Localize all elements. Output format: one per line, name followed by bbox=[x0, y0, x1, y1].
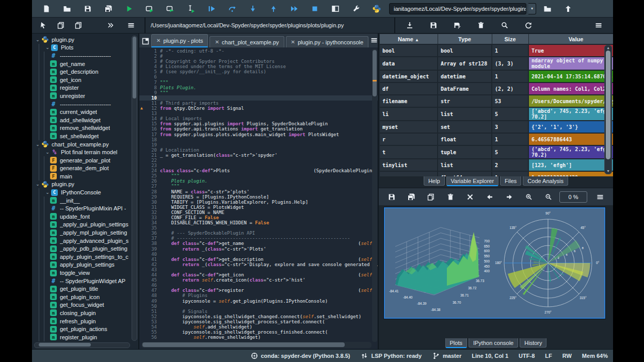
next-plot-button[interactable] bbox=[501, 191, 518, 203]
outline-item-generate_dem_plot[interactable]: Fgenerate_dem_plot bbox=[32, 164, 133, 173]
editor-tab-chart-plot-example-py[interactable]: ✕chart_plot_example.py bbox=[210, 36, 284, 47]
tab-ipython-console[interactable]: IPython console bbox=[469, 338, 518, 348]
line-number[interactable]: 26 bbox=[139, 178, 160, 184]
browse-tabs-button[interactable] bbox=[141, 36, 150, 46]
maximize-pane-button[interactable] bbox=[326, 2, 345, 15]
outline-item-get_focus_widget[interactable]: mget_focus_widget bbox=[32, 301, 133, 309]
status-utf-8[interactable]: UTF-8 bbox=[519, 353, 535, 359]
outline-item-main[interactable]: Fmain bbox=[32, 172, 133, 180]
variable-row-bool[interactable]: bool bool 1 True bbox=[379, 44, 613, 57]
expander-chevron-icon[interactable]: ⌄ bbox=[44, 150, 51, 155]
run-selection-button[interactable] bbox=[182, 2, 200, 15]
status-rw[interactable]: RW bbox=[562, 353, 572, 359]
outline-item-get_description[interactable]: mget_description bbox=[32, 68, 133, 76]
outline-item-get_plugin_title[interactable]: mget_plugin_title bbox=[32, 285, 133, 293]
remove-variable-button[interactable] bbox=[473, 20, 489, 31]
outline-item-unregister[interactable]: munregister bbox=[32, 92, 133, 100]
outline-item-refresh_plugin[interactable]: mrefresh_plugin bbox=[32, 317, 133, 325]
outline-item-_apply_advanced_plugin_s[interactable]: m_apply_advanced_plugin_s bbox=[32, 237, 133, 245]
outline-item-toggle_view[interactable]: mtoggle_view bbox=[32, 269, 133, 277]
outline-item-closing_plugin[interactable]: mclosing_plugin bbox=[32, 309, 133, 317]
line-number[interactable]: ▲12 bbox=[139, 106, 160, 111]
preferences-button[interactable] bbox=[347, 2, 365, 15]
variable-row-tinylist[interactable]: tinylist list 2 [123, 'efgh'] bbox=[379, 159, 613, 171]
plot-figure[interactable]: 700650600550500450400-84.41-84.40-84.39-… bbox=[384, 207, 605, 319]
copy-path-button[interactable] bbox=[70, 20, 87, 31]
outline-item-_apply_gui_plugin_settin[interactable]: m_apply_gui_plugin_settings bbox=[32, 221, 133, 229]
outline-item-add_shellwidget[interactable]: madd_shellwidget bbox=[32, 116, 133, 124]
save-all-button[interactable] bbox=[99, 2, 118, 15]
line-number[interactable]: 18 bbox=[139, 137, 160, 142]
variable-row-x[interactable]: x float64 1 1.1235123099439 bbox=[379, 171, 613, 176]
status-master[interactable]: master bbox=[432, 352, 461, 360]
expander-chevron-icon[interactable]: ⌄ bbox=[34, 142, 41, 147]
copy-reference-button[interactable] bbox=[53, 20, 69, 31]
go-up-button[interactable] bbox=[559, 2, 577, 15]
outline-item-_apply_pdb_plugin_settin[interactable]: m_apply_pdb_plugin_setting bbox=[32, 244, 133, 253]
tab-plots[interactable]: Plots bbox=[445, 338, 467, 348]
line-number[interactable]: 55 bbox=[139, 330, 160, 335]
column-header-value[interactable]: Value bbox=[528, 34, 613, 45]
line-number[interactable]: 19 bbox=[139, 142, 160, 147]
line-number[interactable]: 48 bbox=[139, 293, 160, 298]
outline-vertical-scrollbar[interactable] bbox=[132, 36, 137, 341]
line-number[interactable]: 36 bbox=[139, 231, 160, 236]
line-number[interactable]: 9 bbox=[139, 90, 160, 95]
line-number[interactable]: 37 bbox=[139, 236, 160, 241]
var-value[interactable]: 6.46567886443 bbox=[528, 133, 613, 145]
line-number[interactable]: 5 bbox=[139, 69, 160, 74]
line-number[interactable]: 10 bbox=[139, 95, 160, 101]
outline-horizontal-scrollbar[interactable] bbox=[34, 342, 130, 348]
outline-item-pluginpy[interactable]: ⌄plugin.py bbox=[32, 180, 133, 189]
stop-button[interactable] bbox=[305, 2, 324, 15]
run-button[interactable] bbox=[120, 2, 138, 15]
line-number[interactable]: 45 bbox=[139, 277, 160, 283]
previous-plot-button[interactable] bbox=[481, 191, 498, 203]
status-lf[interactable]: LF bbox=[545, 353, 552, 359]
line-number[interactable]: 32 bbox=[139, 210, 160, 215]
debug-file-button[interactable] bbox=[202, 2, 221, 15]
variable-row-myset[interactable]: myset set 3 {'2', '1', '3'} bbox=[379, 121, 613, 133]
line-number[interactable]: 13 bbox=[139, 111, 160, 116]
var-value[interactable]: ndarray object of numpy module bbox=[528, 57, 613, 70]
variable-row-data[interactable]: data Array of str128 (3, 3) ndarray obje… bbox=[379, 57, 613, 70]
scroll-up-arrow[interactable]: ▲ bbox=[606, 46, 610, 50]
variable-row-li[interactable]: li list 5 ['abcd', 745, 2.23, 'efgh', 70… bbox=[379, 107, 613, 121]
line-number[interactable]: 14 bbox=[139, 116, 160, 121]
zoom-in-button[interactable] bbox=[520, 191, 538, 203]
line-number[interactable]: 2 bbox=[139, 54, 160, 59]
line-number[interactable]: 25 bbox=[139, 173, 160, 178]
line-number[interactable]: 4 bbox=[139, 64, 160, 69]
variable-row-t[interactable]: t tuple 5 ('abcd', 745, 2.23, 'efgh', 70… bbox=[379, 145, 613, 159]
save-data-button[interactable] bbox=[425, 20, 442, 31]
options-menu[interactable] bbox=[590, 20, 607, 31]
editor-tab-plugin-py---plots[interactable]: ✕plugin.py - plots bbox=[151, 34, 208, 47]
close-tab-icon[interactable]: ✕ bbox=[291, 39, 295, 45]
var-value[interactable]: 1.1235123099439 bbox=[528, 171, 613, 176]
outline-item-SpyderPluginWidgetAP[interactable]: #-- SpyderPluginWidget AP bbox=[32, 277, 133, 285]
outline-item-update_font[interactable]: mupdate_font bbox=[32, 212, 133, 221]
line-number[interactable]: 44 bbox=[139, 272, 160, 277]
var-value[interactable]: [123, 'efgh'] bbox=[528, 159, 613, 171]
line-number[interactable]: 43 bbox=[139, 267, 160, 272]
outline-item-Plots[interactable]: ⌄CPlots bbox=[32, 44, 133, 52]
outline-item-set_shellwidget[interactable]: mset_shellwidget bbox=[32, 132, 133, 140]
line-number[interactable]: 30 bbox=[139, 200, 160, 205]
line-number[interactable]: 20 bbox=[139, 147, 160, 153]
save-data-as-button[interactable] bbox=[449, 20, 465, 31]
outline-item-generate_polar_plot[interactable]: Fgenerate_polar_plot bbox=[32, 156, 133, 164]
column-header-name[interactable]: Name ▲ bbox=[379, 34, 438, 45]
tab-help[interactable]: Help bbox=[424, 176, 445, 186]
working-directory-combobox[interactable]: ianitagomez/Local/Dev-Spyder/spyder/spyd… bbox=[389, 3, 526, 14]
zoom-out-button[interactable] bbox=[540, 191, 557, 203]
line-number[interactable]: 40 bbox=[139, 252, 160, 257]
status-lsp-python-ready[interactable]: LSP Python: ready bbox=[360, 352, 422, 360]
editor-tab-plugin-py---ipythonconsole[interactable]: ✕plugin.py - ipythonconsole bbox=[286, 36, 369, 47]
step-into-button[interactable] bbox=[244, 2, 262, 15]
line-number[interactable]: 42 bbox=[139, 262, 160, 267]
save-plot-button[interactable] bbox=[383, 191, 400, 203]
goto-cursor-button[interactable] bbox=[35, 20, 52, 31]
remove-plot-button[interactable] bbox=[442, 191, 459, 203]
tab-code-analysis[interactable]: Code Analysis bbox=[523, 176, 568, 186]
line-number[interactable]: 11 bbox=[139, 101, 160, 106]
